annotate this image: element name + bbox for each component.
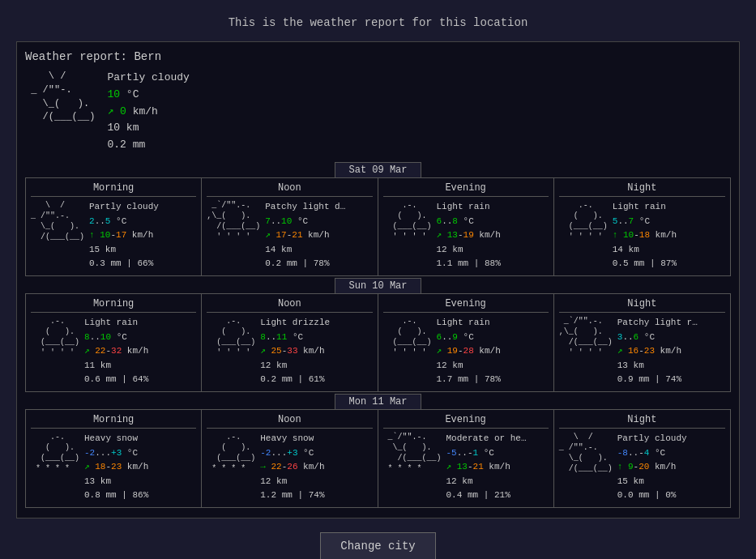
wind-unit-0-0: km/h — [126, 230, 153, 240]
temp-low-0-0: 2 — [89, 216, 95, 226]
precip-2-1: 1.2 mm | 74% — [260, 490, 324, 500]
day-label-1: Sun 10 Mar — [335, 278, 421, 294]
temp-sep-0-2: .. — [442, 216, 452, 226]
period-icon-0-0: \ / _ /"".-. \_( ). /(___(__) — [31, 200, 84, 253]
cond-0-0: Partly cloudy — [89, 202, 159, 211]
precip-0-2: 1.1 mm | 88% — [437, 258, 501, 268]
period-info-0-1: Patchy light d…7..10 °C↗ 17-21 km/h14 km… — [265, 200, 345, 271]
temp-high-0-2: 8 — [452, 216, 458, 226]
current-weather-icon: \ / _ /""-. \_( ). /(___(__) — [25, 70, 95, 124]
period-header-0-2: Evening — [383, 182, 549, 197]
period-info-0-0: Partly cloudy2..5 °C↑ 10-17 km/h15 km0.3… — [89, 200, 159, 271]
wind-high-1-2: 28 — [463, 346, 474, 356]
day-0-period-1: Noon _`/"".-. ,\_( ). /(___(__) ' ' ' ' … — [202, 178, 378, 275]
temp-sep-2-1: ... — [271, 448, 287, 458]
vis-2-1: 12 km — [260, 476, 287, 486]
temp-sep-2-3: ..- — [628, 448, 644, 458]
wind-arrow-1-1: ↗ — [260, 346, 266, 356]
period-header-0-3: Night — [559, 182, 725, 197]
precip-1-0: 0.6 mm | 64% — [84, 374, 148, 384]
vis-2-2: 12 km — [446, 476, 473, 486]
precip-2-0: 0.8 mm | 86% — [84, 490, 148, 500]
temp-unit-2-3: °C — [649, 448, 665, 458]
change-city-button[interactable]: Change city — [320, 532, 435, 559]
wind-low-1-2: 19 — [447, 346, 458, 356]
period-info-2-3: Partly cloudy-8..-4 °C↑ 9-20 km/h15 km0.… — [617, 432, 687, 503]
temp-unit-2-0: °C — [122, 448, 138, 458]
wind-low-2-1: 22 — [271, 462, 281, 472]
vis-1-0: 11 km — [84, 361, 111, 370]
temp-sep-1-3: .. — [622, 332, 633, 342]
precip-0-0: 0.3 mm | 66% — [89, 258, 153, 268]
day-label-0: Sat 09 Mar — [335, 162, 421, 178]
current-weather: \ / _ /""-. \_( ). /(___(__) Partly clou… — [25, 70, 731, 154]
temp-unit-1-2: °C — [458, 332, 474, 342]
temp-sep-0-0: .. — [95, 216, 105, 226]
period-icon-2-2: _`/"".-. \_( ). /(___(__) * * * * — [383, 432, 442, 474]
temp-unit-1-3: °C — [639, 332, 655, 342]
days-container: Sat 09 MarMorning \ / _ /"".-. \_( ). /(… — [25, 162, 731, 508]
period-info-1-0: Light rain8..10 °C↗ 22-32 km/h11 km0.6 m… — [84, 316, 148, 387]
period-info-0-3: Light rain5..7 °C↑ 10-18 km/h14 km0.5 mm… — [613, 200, 677, 271]
vis-0-2: 12 km — [437, 245, 463, 254]
cond-1-0: Light rain — [84, 318, 138, 327]
current-precip: 0.2 mm — [107, 139, 145, 151]
temp-sep-2-0: ... — [95, 448, 111, 458]
cond-0-2: Light rain — [437, 202, 490, 211]
wind-dash-0-2: - — [458, 230, 463, 240]
wind-unit-0-1: km/h — [303, 230, 330, 240]
wind-low-1-3: 16 — [628, 346, 639, 356]
vis-0-0: 15 km — [89, 245, 116, 254]
wind-low-0-0: 10 — [100, 230, 110, 240]
wind-unit-1-1: km/h — [298, 346, 325, 356]
day-0-period-0: Morning \ / _ /"".-. \_( ). /(___(__) Pa… — [26, 178, 202, 275]
period-info-2-2: Moderate or he…-5..-1 °C↗ 13-21 km/h12 k… — [446, 432, 527, 503]
wind-dash-1-3: - — [639, 346, 644, 356]
wind-arrow-1-3: ↗ — [617, 346, 623, 356]
day-2-period-2: Evening _`/"".-. \_( ). /(___(__) * * * … — [378, 410, 554, 507]
wind-high-0-0: 17 — [116, 230, 126, 240]
wind-dash-1-2: - — [458, 346, 463, 356]
temp-high-1-1: 11 — [276, 332, 287, 342]
temp-low-0-1: 7 — [265, 216, 271, 226]
wind-unit-2-1: km/h — [298, 462, 325, 472]
cond-2-2: Moderate or he… — [446, 433, 527, 443]
vis-1-3: 13 km — [617, 361, 644, 370]
day-0-period-2: Evening .-. ( ). (___(__) ' ' ' ' Light … — [378, 178, 554, 275]
wind-low-1-0: 22 — [95, 346, 105, 356]
wind-arrow-2-3: ↑ — [617, 462, 623, 472]
wind-high-2-3: 20 — [639, 462, 649, 472]
current-temp: 10 — [107, 88, 120, 100]
temp-unit-2-2: °C — [478, 448, 494, 458]
day-label-2: Mon 11 Mar — [335, 394, 421, 410]
precip-1-1: 0.2 mm | 61% — [260, 374, 324, 384]
wind-dash-0-3: - — [634, 230, 639, 240]
precip-0-1: 0.2 mm | 78% — [265, 258, 329, 268]
wind-arrow-0-1: ↗ — [265, 230, 271, 240]
wind-arrow-2-2: ↗ — [446, 462, 452, 472]
precip-0-3: 0.5 mm | 87% — [613, 258, 677, 268]
current-temp-unit: °C — [120, 88, 139, 100]
wind-arrow-1-2: ↗ — [437, 346, 442, 356]
day-1-period-3: Night _`/"".-. ,\_( ). /(___(__) ' ' ' '… — [554, 294, 730, 391]
temp-sep-1-1: .. — [266, 332, 276, 342]
temp-low-2-0: -2 — [84, 448, 95, 458]
wind-high-2-1: 26 — [287, 462, 297, 472]
period-header-0-0: Morning — [31, 182, 196, 197]
wind-high-0-1: 21 — [292, 230, 302, 240]
wind-low-2-2: 13 — [457, 462, 468, 472]
day-section-2: Mon 11 MarMorning .-. ( ). (___(__) * * … — [25, 394, 731, 508]
vis-0-3: 14 km — [613, 245, 639, 254]
precip-2-2: 0.4 mm | 21% — [446, 490, 510, 500]
cond-0-3: Light rain — [613, 202, 666, 211]
wind-unit-1-0: km/h — [122, 346, 148, 356]
wind-arrow-2-1: → — [260, 462, 266, 472]
wind-high-2-0: 23 — [111, 462, 122, 472]
period-icon-2-3: \ / _ /"".-. \_( ). /(___(__) — [559, 432, 613, 484]
temp-sep-2-2: ..- — [457, 448, 473, 458]
wind-low-2-3: 9 — [628, 462, 634, 472]
precip-1-3: 0.9 mm | 74% — [617, 374, 681, 384]
wind-high-0-2: 19 — [463, 230, 474, 240]
temp-high-1-0: 10 — [100, 332, 111, 342]
cond-1-2: Light rain — [437, 318, 490, 327]
